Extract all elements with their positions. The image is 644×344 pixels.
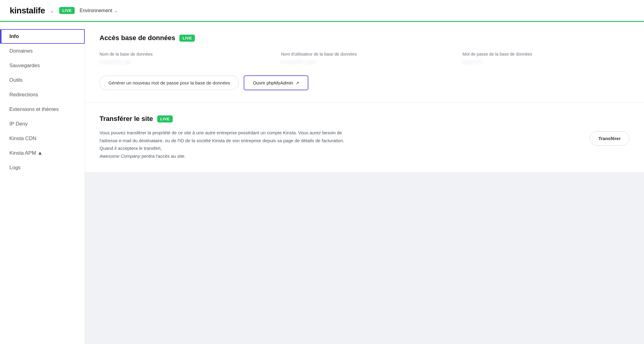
header: kinstalife ⌄ LIVE Environnement ⌄: [0, 0, 644, 22]
db-section-header: Accès base de données LIVE: [100, 34, 629, 42]
transfer-section: Transférer le site LIVE Vous pouvez tran…: [85, 103, 644, 172]
sidebar-item-sauvegardes[interactable]: Sauvegardes: [0, 58, 85, 73]
environment-selector[interactable]: Environnement ⌄: [80, 8, 118, 13]
transfer-section-title: Transférer le site: [100, 115, 153, 123]
sidebar-item-extensions[interactable]: Extensions et thèmes: [0, 102, 85, 117]
sidebar-item-redirections[interactable]: Redirections: [0, 88, 85, 102]
transfer-row: Vous pouvez transférer la propriété de c…: [100, 129, 629, 160]
db-name-label: Nom de la base de données: [100, 52, 266, 57]
db-fields: Nom de la base de données kinstalife_db …: [100, 52, 629, 64]
sidebar: Info Domaines Sauvegardes Outils Redirec…: [0, 22, 85, 344]
sidebar-item-kinsta-cdn[interactable]: Kinsta CDN: [0, 131, 85, 146]
db-section-title: Accès base de données: [100, 34, 175, 42]
sidebar-item-outils[interactable]: Outils: [0, 73, 85, 88]
db-password-label: Mot de passe de la base de données: [463, 52, 629, 57]
db-user-field: Nom d'utilisateur de la base de données …: [281, 52, 448, 64]
transfer-section-header: Transférer le site LIVE: [100, 115, 629, 123]
chevron-down-icon[interactable]: ⌄: [50, 7, 54, 14]
sidebar-item-domaines[interactable]: Domaines: [0, 44, 85, 58]
layout: Info Domaines Sauvegardes Outils Redirec…: [0, 22, 644, 344]
external-link-icon: ↗: [296, 81, 299, 85]
generate-password-button[interactable]: Générer un nouveau mot de passe pour la …: [100, 76, 239, 90]
sidebar-item-logs[interactable]: Logs: [0, 160, 85, 175]
chevron-down-icon: ⌄: [114, 8, 118, 13]
sidebar-item-ip-deny[interactable]: IP Deny: [0, 117, 85, 131]
site-title: kinstalife: [10, 6, 45, 15]
db-buttons-row: Générer un nouveau mot de passe pour la …: [100, 75, 629, 90]
sidebar-item-info[interactable]: Info: [0, 29, 85, 44]
db-access-section: Accès base de données LIVE Nom de la bas…: [85, 22, 644, 103]
db-live-badge: LIVE: [179, 35, 195, 42]
db-password-field: Mot de passe de la base de données pass1…: [463, 52, 629, 64]
live-badge: LIVE: [59, 7, 75, 14]
db-user-value: kinstalife_user: [281, 60, 448, 64]
db-password-value: pass123: [463, 60, 629, 64]
transfer-button[interactable]: Transférer: [590, 131, 629, 146]
environment-label: Environnement: [80, 8, 112, 13]
transfer-description: Vous pouvez transférer la propriété de c…: [100, 129, 348, 160]
sidebar-item-kinsta-apm[interactable]: Kinsta APM ▲: [0, 146, 85, 160]
open-phpmyadmin-button[interactable]: Ouvrir phpMyAdmin ↗: [244, 75, 308, 90]
main-content: Accès base de données LIVE Nom de la bas…: [85, 22, 644, 344]
transfer-live-badge: LIVE: [157, 115, 173, 122]
db-user-label: Nom d'utilisateur de la base de données: [281, 52, 448, 57]
db-name-value: kinstalife_db: [100, 60, 266, 64]
db-name-field: Nom de la base de données kinstalife_db: [100, 52, 266, 64]
